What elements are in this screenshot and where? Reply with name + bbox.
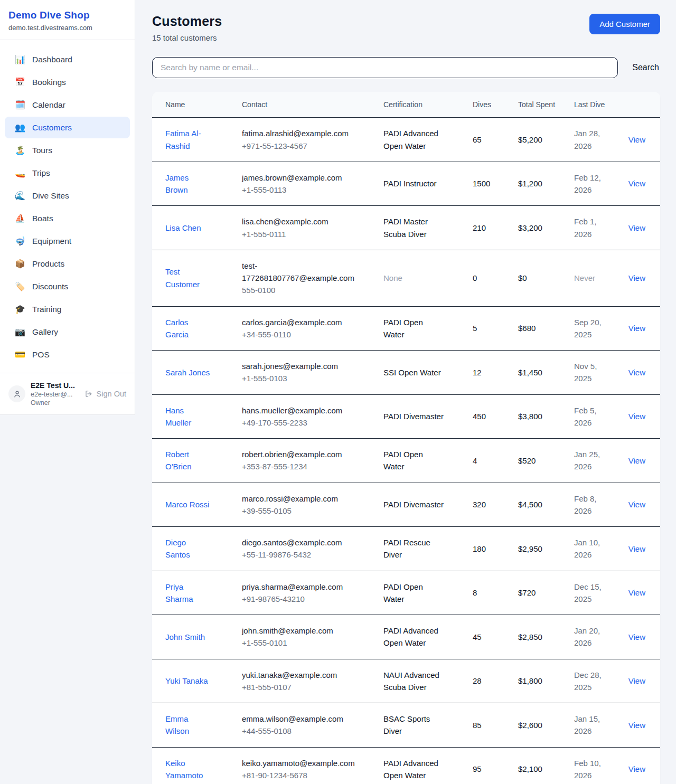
sidebar-item-gallery[interactable]: 📷 Gallery bbox=[5, 321, 130, 343]
cell-name: Sarah Jones bbox=[152, 351, 242, 395]
cell-contact: emma.wilson@example.com +44-555-0108 bbox=[242, 703, 383, 748]
customer-name-link[interactable]: Robert O'Brien bbox=[165, 448, 211, 473]
view-customer-link[interactable]: View bbox=[628, 412, 645, 421]
customer-total-spent: $3,200 bbox=[518, 223, 542, 232]
customer-dives: 12 bbox=[473, 368, 482, 377]
customer-total-spent: $0 bbox=[518, 273, 527, 282]
customer-name-link[interactable]: Sarah Jones bbox=[165, 366, 210, 379]
search-button[interactable]: Search bbox=[631, 61, 660, 74]
title-block: Customers 15 total customers bbox=[152, 14, 222, 42]
cell-total-spent: $5,200 bbox=[518, 118, 574, 162]
table-row: John Smith john.smith@example.com +1-555… bbox=[152, 615, 660, 659]
customer-total-spent: $2,100 bbox=[518, 764, 542, 773]
customer-last-dive: Feb 8, 2026 bbox=[574, 494, 597, 515]
customer-email: keiko.yamamoto@example.com bbox=[242, 757, 355, 769]
customer-email: robert.obrien@example.com bbox=[242, 448, 342, 460]
customer-last-dive: Jan 25, 2026 bbox=[574, 450, 600, 471]
customer-email: hans.mueller@example.com bbox=[242, 404, 342, 417]
cell-contact: sarah.jones@example.com +1-555-0103 bbox=[242, 351, 383, 395]
view-customer-link[interactable]: View bbox=[628, 676, 645, 685]
sidebar-item-boats[interactable]: ⛵ Boats bbox=[5, 207, 130, 229]
view-customer-link[interactable]: View bbox=[628, 223, 645, 232]
table-row: Lisa Chen lisa.chen@example.com +1-555-0… bbox=[152, 206, 660, 250]
customer-name-link[interactable]: Lisa Chen bbox=[165, 222, 201, 234]
customer-name-link[interactable]: Keiko Yamamoto bbox=[165, 757, 211, 782]
calendar-icon: 🗓️ bbox=[15, 100, 25, 110]
customer-certification: NAUI Advanced Scuba Diver bbox=[383, 669, 444, 694]
customer-name-link[interactable]: Emma Wilson bbox=[165, 713, 211, 738]
view-customer-link[interactable]: View bbox=[628, 500, 645, 509]
col-header-actions bbox=[622, 92, 660, 118]
cell-dives: 8 bbox=[473, 571, 518, 615]
sidebar-item-dashboard[interactable]: 📊 Dashboard bbox=[5, 49, 130, 70]
cell-total-spent: $1,800 bbox=[518, 659, 574, 703]
pos-icon: 💳 bbox=[15, 350, 25, 360]
view-customer-link[interactable]: View bbox=[628, 324, 645, 333]
view-customer-link[interactable]: View bbox=[628, 588, 645, 597]
view-customer-link[interactable]: View bbox=[628, 764, 645, 773]
customer-email: john.smith@example.com bbox=[242, 625, 333, 637]
sidebar-item-products[interactable]: 📦 Products bbox=[5, 253, 130, 275]
page-title: Customers bbox=[152, 14, 222, 29]
customer-last-dive: Dec 28, 2025 bbox=[574, 670, 602, 692]
sidebar-item-discounts[interactable]: 🏷️ Discounts bbox=[5, 276, 130, 297]
gallery-icon: 📷 bbox=[15, 327, 25, 337]
customer-name-link[interactable]: Hans Mueller bbox=[165, 404, 211, 429]
cell-name: Marco Rossi bbox=[152, 483, 242, 527]
cell-total-spent: $4,500 bbox=[518, 483, 574, 527]
customer-phone: +39-555-0105 bbox=[242, 506, 292, 515]
customer-email: priya.sharma@example.com bbox=[242, 581, 343, 593]
customer-name-link[interactable]: Marco Rossi bbox=[165, 498, 209, 511]
add-customer-button[interactable]: Add Customer bbox=[589, 14, 660, 34]
sidebar-item-bookings[interactable]: 📅 Bookings bbox=[5, 71, 130, 93]
sign-out-button[interactable]: Sign Out bbox=[84, 390, 126, 398]
view-customer-link[interactable]: View bbox=[628, 179, 645, 188]
customer-name-link[interactable]: James Brown bbox=[165, 172, 211, 196]
cell-view: View bbox=[622, 118, 660, 162]
cell-name: James Brown bbox=[152, 162, 242, 206]
cell-view: View bbox=[622, 747, 660, 784]
customer-name-link[interactable]: Fatima Al-Rashid bbox=[165, 127, 211, 152]
view-customer-link[interactable]: View bbox=[628, 368, 645, 377]
customer-name-link[interactable]: Test Customer bbox=[165, 266, 211, 290]
cell-dives: 0 bbox=[473, 250, 518, 306]
customer-dives: 45 bbox=[473, 632, 482, 641]
cell-dives: 4 bbox=[473, 439, 518, 483]
sidebar-item-calendar[interactable]: 🗓️ Calendar bbox=[5, 94, 130, 116]
sidebar-item-trips[interactable]: 🚤 Trips bbox=[5, 162, 130, 184]
customer-name-link[interactable]: John Smith bbox=[165, 631, 205, 643]
view-customer-link[interactable]: View bbox=[628, 273, 645, 282]
sidebar-item-training[interactable]: 🎓 Training bbox=[5, 298, 130, 320]
customer-dives: 85 bbox=[473, 721, 482, 730]
table-row: Fatima Al-Rashid fatima.alrashid@example… bbox=[152, 118, 660, 162]
sidebar-item-tours[interactable]: 🏝️ Tours bbox=[5, 139, 130, 161]
cell-contact: hans.mueller@example.com +49-170-555-223… bbox=[242, 394, 383, 439]
cell-last-dive: Feb 12, 2026 bbox=[574, 162, 622, 206]
sidebar-item-dive-sites[interactable]: 🌊 Dive Sites bbox=[5, 185, 130, 206]
cell-name: Robert O'Brien bbox=[152, 439, 242, 483]
cell-contact: fatima.alrashid@example.com +971-55-123-… bbox=[242, 118, 383, 162]
customer-name-link[interactable]: Priya Sharma bbox=[165, 581, 211, 606]
customer-name-link[interactable]: Diego Santos bbox=[165, 536, 211, 561]
view-customer-link[interactable]: View bbox=[628, 721, 645, 730]
sidebar-item-equipment[interactable]: 🤿 Equipment bbox=[5, 230, 130, 252]
app-root: Demo Dive Shop demo.test.divestreams.com… bbox=[0, 0, 676, 784]
view-customer-link[interactable]: View bbox=[628, 632, 645, 641]
cell-dives: 95 bbox=[473, 747, 518, 784]
cell-contact: marco.rossi@example.com +39-555-0105 bbox=[242, 483, 383, 527]
search-input[interactable] bbox=[152, 57, 618, 78]
view-customer-link[interactable]: View bbox=[628, 456, 645, 465]
sidebar-item-pos[interactable]: 💳 POS bbox=[5, 344, 130, 365]
view-customer-link[interactable]: View bbox=[628, 135, 645, 144]
customer-last-dive: Feb 1, 2026 bbox=[574, 217, 597, 238]
sidebar-item-customers[interactable]: 👥 Customers bbox=[5, 117, 130, 138]
customer-phone: +1-555-0101 bbox=[242, 638, 287, 647]
cell-view: View bbox=[622, 439, 660, 483]
cell-last-dive: Jan 15, 2026 bbox=[574, 703, 622, 748]
cell-name: Diego Santos bbox=[152, 527, 242, 571]
customer-name-link[interactable]: Yuki Tanaka bbox=[165, 675, 208, 687]
cell-view: View bbox=[622, 394, 660, 439]
customers-icon: 👥 bbox=[15, 122, 25, 133]
view-customer-link[interactable]: View bbox=[628, 544, 645, 553]
customer-name-link[interactable]: Carlos Garcia bbox=[165, 316, 211, 341]
